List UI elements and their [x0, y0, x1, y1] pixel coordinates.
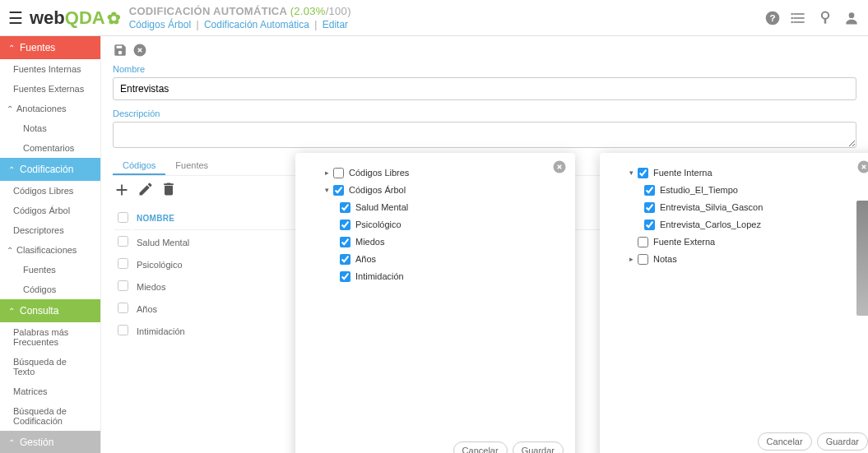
nombre-label: Nombre [113, 64, 856, 74]
list-icon[interactable] [791, 10, 807, 26]
tree-item-fuente-externa[interactable]: Fuente Externa [611, 233, 868, 251]
sidebar-section-codificacion[interactable]: ⌃Codificación [0, 158, 100, 181]
tree-item[interactable]: Salud Mental [307, 199, 564, 216]
sidebar-item-busqueda-texto[interactable]: Búsqueda de Texto [0, 352, 100, 381]
sidebar-item-palabras[interactable]: Palabras más Frecuentes [0, 322, 100, 352]
svg-point-13 [858, 161, 869, 173]
scroll-indicator[interactable] [856, 201, 868, 316]
tree-checkbox[interactable] [638, 254, 648, 265]
hamburger-icon[interactable]: ☰ [8, 8, 23, 28]
sidebar-item-matrices[interactable]: Matrices [0, 381, 100, 401]
sidebar-item-descriptores[interactable]: Descriptores [0, 220, 100, 240]
sidebar-item-notas[interactable]: Notas [0, 118, 100, 138]
sidebar-item-s-codigos[interactable]: Códigos [0, 280, 100, 299]
svg-rect-9 [824, 18, 827, 24]
percent-max: /100) [326, 5, 351, 17]
location-icon[interactable] [817, 10, 833, 26]
page-title: CODIFICACIÓN AUTOMÁTICA [129, 5, 287, 17]
tree-item-codigos-arbol[interactable]: ▾Códigos Árbol [307, 182, 564, 199]
row-checkbox[interactable] [118, 280, 128, 291]
expand-icon[interactable]: ▸ [325, 166, 333, 180]
svg-rect-2 [793, 13, 804, 15]
guardar-button[interactable]: Guardar [513, 441, 564, 453]
sidebar-item-clasificaciones[interactable]: ⌃Clasificaciones [0, 240, 100, 260]
codigos-modal: ▸Códigos Libres ▾Códigos Árbol Salud Men… [295, 153, 575, 453]
tree-checkbox[interactable] [340, 220, 350, 230]
guardar-button[interactable]: Guardar [817, 432, 868, 451]
tree-item[interactable]: Entrevista_Silvia_Gascon [611, 199, 868, 216]
sidebar-item-s-fuentes[interactable]: Fuentes [0, 260, 100, 280]
tree-item[interactable]: Miedos [307, 233, 564, 251]
tree-checkbox[interactable] [333, 185, 344, 196]
add-icon[interactable] [113, 181, 131, 199]
breadcrumb-item[interactable]: Editar [323, 19, 348, 30]
sidebar-section-consulta[interactable]: ⌃Consulta [0, 299, 100, 322]
tree-checkbox[interactable] [638, 237, 648, 247]
row-checkbox[interactable] [118, 325, 128, 335]
svg-text:?: ? [769, 12, 775, 23]
save-icon[interactable] [113, 43, 128, 58]
tree-item-codigos-libres[interactable]: ▸Códigos Libres [307, 164, 564, 182]
tree-item-notas[interactable]: ▸Notas [611, 251, 868, 268]
tree-checkbox[interactable] [340, 271, 350, 282]
cancel-icon[interactable] [132, 43, 147, 58]
leaf-icon: ✿ [107, 8, 121, 28]
select-all-checkbox[interactable] [118, 212, 128, 223]
edit-icon[interactable] [137, 181, 154, 199]
svg-point-8 [822, 12, 829, 18]
close-icon[interactable] [856, 159, 868, 174]
cancelar-button[interactable]: Cancelar [758, 432, 812, 451]
tab-fuentes[interactable]: Fuentes [165, 157, 218, 175]
tree-checkbox[interactable] [638, 168, 648, 178]
tree-checkbox[interactable] [340, 202, 350, 213]
tree-item[interactable]: Psicológico [307, 216, 564, 233]
delete-icon[interactable] [160, 181, 177, 199]
nombre-input[interactable] [113, 77, 856, 100]
tree-checkbox[interactable] [340, 237, 350, 247]
chevron-up-icon: ⌃ [7, 246, 13, 255]
collapse-icon[interactable]: ▾ [325, 183, 333, 197]
tree-item[interactable]: Intimidación [307, 268, 564, 285]
tree-item-fuente-interna[interactable]: ▾Fuente Interna [611, 164, 868, 182]
row-checkbox[interactable] [118, 303, 128, 313]
tab-codigos[interactable]: Códigos [113, 157, 165, 175]
svg-point-6 [791, 16, 793, 19]
sidebar-item-busqueda-cod[interactable]: Búsqueda de Codificación [0, 401, 100, 431]
sidebar-item-fuentes-externas[interactable]: Fuentes Externas [0, 79, 100, 99]
close-icon[interactable] [552, 159, 567, 174]
tree-item[interactable]: Años [307, 251, 564, 268]
fuentes-modal: ▾Fuente Interna Estudio_El_Tiempo Entrev… [600, 153, 868, 453]
tree-checkbox[interactable] [644, 202, 655, 213]
sidebar-item-fuentes-internas[interactable]: Fuentes Internas [0, 59, 100, 79]
tree-checkbox[interactable] [644, 185, 655, 196]
tree-checkbox[interactable] [340, 254, 350, 265]
cancelar-button[interactable]: Cancelar [453, 441, 508, 453]
tree-checkbox[interactable] [644, 220, 655, 230]
chevron-up-icon: ⌃ [8, 44, 15, 53]
row-checkbox[interactable] [118, 236, 128, 247]
sidebar-item-codigos-libres[interactable]: Códigos Libres [0, 181, 100, 201]
tree-item[interactable]: Estudio_El_Tiempo [611, 182, 868, 199]
sidebar-item-codigos-arbol[interactable]: Códigos Árbol [0, 201, 100, 220]
collapse-icon[interactable]: ▾ [629, 166, 638, 180]
breadcrumb-item[interactable]: Códigos Árbol [129, 19, 191, 30]
svg-point-7 [791, 21, 793, 23]
help-icon[interactable]: ? [764, 10, 781, 26]
sidebar-item-anotaciones[interactable]: ⌃Anotaciones [0, 99, 100, 118]
logo: webQDA✿ [30, 7, 121, 29]
expand-icon[interactable]: ▸ [629, 252, 638, 266]
sidebar-section-gestion[interactable]: ⌃Gestión [0, 431, 100, 453]
row-checkbox[interactable] [118, 258, 128, 269]
chevron-up-icon: ⌃ [8, 165, 15, 174]
sidebar-item-comentarios[interactable]: Comentarios [0, 138, 100, 158]
sidebar-section-fuentes[interactable]: ⌃Fuentes [0, 36, 100, 59]
svg-rect-3 [793, 17, 804, 19]
tree-checkbox[interactable] [333, 168, 344, 178]
breadcrumb-item[interactable]: Codificación Automática [204, 19, 309, 30]
tree-item[interactable]: Entrevista_Carlos_Lopez [611, 216, 868, 233]
descripcion-input[interactable] [113, 122, 856, 148]
user-icon[interactable] [843, 10, 860, 26]
chevron-up-icon: ⌃ [8, 307, 15, 316]
chevron-up-icon: ⌃ [8, 438, 15, 447]
svg-point-5 [791, 12, 793, 15]
